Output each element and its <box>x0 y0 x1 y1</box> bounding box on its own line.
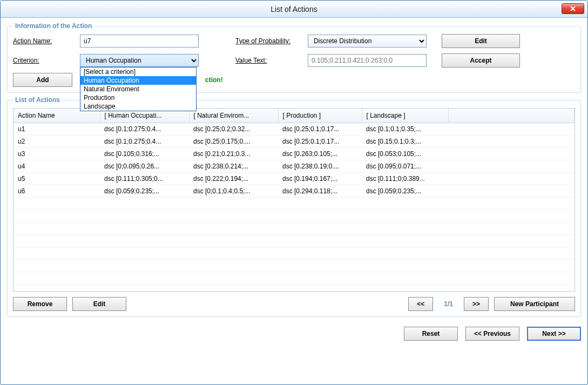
row-criterion: Criterion: Human Occupation [Select a cr… <box>13 53 575 67</box>
table-row <box>13 210 575 222</box>
close-button[interactable] <box>562 3 584 14</box>
table-row <box>13 198 575 210</box>
value-cell: dsc [0.25;0.2;0.32... <box>189 123 278 136</box>
add-button[interactable]: Add <box>13 73 72 87</box>
window-title: List of Actions <box>271 5 317 13</box>
criterion-option[interactable]: Production <box>80 93 196 102</box>
page-indicator: 1/1 <box>438 300 458 308</box>
column-header[interactable] <box>448 109 575 123</box>
table-row[interactable]: u1dsc [0.1;0.275;0.4...dsc [0.25;0.2;0.3… <box>13 123 575 136</box>
reset-button[interactable]: Reset <box>404 327 458 341</box>
value-cell: dsc [0;0.1;0.4;0.5;... <box>189 185 278 198</box>
action-name-cell: u4 <box>13 160 100 173</box>
criterion-option[interactable]: [Select a criterion] <box>80 67 196 76</box>
value-cell <box>448 148 575 160</box>
value-cell <box>448 123 575 136</box>
window-frame: List of Actions Information of the Actio… <box>0 0 588 385</box>
next-step-button[interactable]: Next >> <box>527 327 581 341</box>
table-row[interactable]: u6dsc [0.059;0.235;...dsc [0;0.1;0.4;0.5… <box>13 185 575 198</box>
action-name-cell: u1 <box>13 123 100 136</box>
actions-table: Action Name[ Human Occupati...[ Natural … <box>13 109 575 285</box>
column-header[interactable]: [ Natural Envirom... <box>189 109 278 123</box>
row-action-name: Action Name: Type of Probability: Discre… <box>13 34 575 48</box>
list-fieldset: List of Actions Action Name[ Human Occup… <box>7 96 581 317</box>
nav-row: Reset << Previous Next >> <box>7 327 581 341</box>
value-cell <box>448 160 575 173</box>
info-fieldset: Information of the Action Action Name: T… <box>7 22 581 93</box>
column-header[interactable]: [ Production ] <box>278 109 362 123</box>
criterion-option[interactable]: Landscape <box>80 102 196 111</box>
action-name-input[interactable] <box>80 35 199 48</box>
prev-page-button[interactable]: << <box>408 297 433 311</box>
table-row <box>13 260 575 272</box>
accept-button[interactable]: Accept <box>442 53 520 67</box>
dialog-body: Information of the Action Action Name: T… <box>1 18 587 347</box>
table-row[interactable]: u4dsc [0;0.095;0.26...dsc [0.238;0.214;.… <box>13 160 575 173</box>
table-row <box>13 247 575 260</box>
value-cell: dsc [0.1;0.275;0.4... <box>100 123 189 136</box>
action-name-cell: u2 <box>13 136 100 148</box>
next-page-button[interactable]: >> <box>464 297 489 311</box>
criterion-option[interactable]: Human Occupation <box>80 76 196 85</box>
value-cell: dsc [0.105;0.316;... <box>100 148 189 160</box>
criterion-option[interactable]: Natural Enviroment <box>80 85 196 93</box>
previous-step-button[interactable]: << Previous <box>465 327 519 341</box>
criterion-dropdown[interactable]: [Select a criterion]Human OccupationNatu… <box>80 67 197 111</box>
value-cell: dsc [0;0.095;0.26... <box>100 160 189 173</box>
value-cell: dsc [0.238;0.19;0.... <box>278 160 362 173</box>
criterion-select[interactable]: Human Occupation <box>80 54 199 67</box>
table-row[interactable]: u5dsc [0.111;0.305;0...dsc [0.222;0.194;… <box>13 173 575 185</box>
action-name-cell: u3 <box>13 148 100 160</box>
edit-list-button[interactable]: Edit <box>72 297 126 311</box>
actions-table-container: Action Name[ Human Occupati...[ Natural … <box>13 108 575 292</box>
value-cell: dsc [0.21;0.21;0.3... <box>189 148 278 160</box>
value-text-label: Value Text: <box>235 57 306 64</box>
value-cell: dsc [0.25;0.1;0.17... <box>278 123 362 136</box>
table-row <box>13 272 575 285</box>
new-participant-button[interactable]: New Participant <box>494 297 575 311</box>
value-cell: dsc [0.263;0.105;... <box>278 148 362 160</box>
value-cell: dsc [0.25;0.175;0.... <box>189 136 278 148</box>
list-legend: List of Actions <box>13 96 62 104</box>
action-name-cell: u6 <box>13 185 100 198</box>
value-cell: dsc [0.25;0.1;0.17... <box>278 136 362 148</box>
value-cell: dsc [0.194;0.167;... <box>278 173 362 185</box>
type-probability-label: Type of Probability: <box>235 37 306 45</box>
column-header[interactable]: [ Landscape ] <box>362 109 448 123</box>
list-footer-row: Remove Edit << 1/1 >> New Participant <box>13 297 575 311</box>
value-cell <box>448 136 575 148</box>
value-cell: dsc [0.059;0.235;... <box>100 185 189 198</box>
table-row <box>13 235 575 247</box>
value-cell: dsc [0.111;0.305;0... <box>100 173 189 185</box>
type-probability-select[interactable]: Discrete Distribution <box>308 35 427 48</box>
table-row[interactable]: u3dsc [0.105;0.316;...dsc [0.21;0.21;0.3… <box>13 148 575 160</box>
info-legend: Information of the Action <box>13 22 94 30</box>
table-row <box>13 222 575 235</box>
edit-info-button[interactable]: Edit <box>442 34 520 48</box>
value-cell <box>448 173 575 185</box>
value-cell: dsc [0.294;0.118;... <box>278 185 362 198</box>
value-cell: dsc [0.059;0.235;... <box>362 185 448 198</box>
value-cell: dsc [0.1;0.1;0.35;... <box>362 123 448 136</box>
value-cell: dsc [0.222;0.194;... <box>189 173 278 185</box>
remove-button[interactable]: Remove <box>13 297 67 311</box>
close-icon <box>570 6 576 11</box>
value-cell: dsc [0.15;0.1;0.3;... <box>362 136 448 148</box>
value-cell <box>448 185 575 198</box>
action-name-cell: u5 <box>13 173 100 185</box>
value-cell: dsc [0.238;0.214;... <box>189 160 278 173</box>
value-cell: dsc [0.111;0;0.389... <box>362 173 448 185</box>
value-cell: dsc [0.095;0.071;... <box>362 160 448 173</box>
table-row[interactable]: u2dsc [0.1;0.275;0.4...dsc [0.25;0.175;0… <box>13 136 575 148</box>
criterion-label: Criterion: <box>13 57 78 64</box>
success-message: ction! <box>205 76 223 84</box>
action-name-label: Action Name: <box>13 37 78 45</box>
value-cell: dsc [0.1;0.275;0.4... <box>100 136 189 148</box>
value-cell: dsc [0.053;0.105;... <box>362 148 448 160</box>
value-text-input[interactable] <box>308 54 427 67</box>
title-bar: List of Actions <box>1 1 587 18</box>
